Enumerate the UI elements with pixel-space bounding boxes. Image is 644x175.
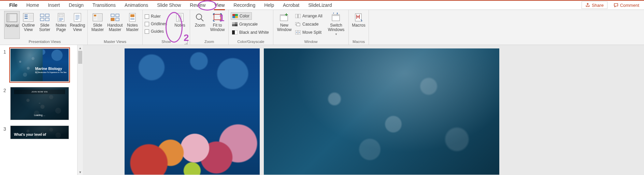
svg-rect-7 [29,14,33,20]
tab-recording[interactable]: Recording [229,1,260,10]
notes-master-label: Notes Master [126,23,139,32]
guides-checkbox[interactable]: Guides [145,28,171,35]
zoom-label: Zoom [195,23,205,28]
scroll-up-icon[interactable]: ▲ [77,45,83,51]
new-window-button[interactable]: New Window [275,11,293,39]
svg-rect-1 [8,14,10,21]
svg-rect-8 [40,14,44,17]
share-button[interactable]: Share [582,1,607,9]
svg-rect-13 [59,14,63,17]
outline-view-button[interactable]: Outline View [20,11,36,39]
group-label-window: Window [275,39,346,45]
svg-rect-28 [111,18,114,21]
arrange-all-icon [295,14,301,18]
notes-page-button[interactable]: Notes Page [53,11,69,39]
group-macros: Macros Macros [349,10,369,45]
fit-to-window-label: Fit to Window [210,23,225,32]
tab-help[interactable]: Help [260,1,278,10]
slide-sorter-button[interactable]: Slide Sorter [37,11,53,39]
svg-rect-52 [232,30,235,34]
zoom-button[interactable]: Zoom [192,11,208,39]
tab-slide-show[interactable]: Slide Show [153,1,185,10]
guides-label: Guides [151,29,164,34]
reading-view-icon [72,13,83,22]
group-master-views: Slide Master Handout Master Notes Master… [88,10,143,45]
scrollbar-thumb[interactable] [78,51,82,64]
switch-windows-button[interactable]: Switch Windows ▼ [326,11,346,39]
ribbon: Normal Outline View Slide Sorter Notes P… [0,10,644,45]
grayscale-button[interactable]: Grayscale [231,20,271,28]
notes-icon [174,13,185,22]
group-label-zoom: Zoom [192,39,226,45]
thumbnail-row: 3 What's your level of [3,126,73,139]
color-button[interactable]: Color [231,12,252,20]
thumbnail-2-bar: JOIN NOW VIA [14,89,65,94]
thumbnail-scrollbar[interactable]: ▲ ▼ [77,45,83,175]
macros-icon [353,13,364,22]
black-and-white-button[interactable]: Black and White [231,29,271,36]
tab-review[interactable]: Review [185,1,210,10]
thumbnail-title: Marine Biology [35,67,67,71]
reading-view-button[interactable]: Reading View [70,11,85,39]
notes-page-icon [56,13,67,22]
move-split-button[interactable]: Move Split [294,29,325,36]
slide-thumbnail-1[interactable]: Marine Biology An Introduction To Organi… [10,48,69,82]
svg-rect-10 [40,18,44,21]
ribbon-tabstrip: File Home Insert Design Transitions Anim… [0,1,644,10]
color-icon [232,14,238,18]
slide-thumbnail-2[interactable]: JOIN NOW VIA ··· Loading ... [10,87,69,120]
thumbnail-title-block: Marine Biology An Introduction To Organi… [35,67,67,73]
svg-rect-34 [176,13,183,21]
thumbnail-3-text: What's your level of [14,133,65,137]
svg-rect-44 [235,14,238,16]
bw-icon [232,30,238,35]
svg-rect-47 [232,22,235,24]
comment-icon [614,3,618,8]
svg-rect-2 [10,14,16,21]
slide-image-left[interactable] [125,48,260,175]
reading-view-label: Reading View [70,23,85,32]
comment-button[interactable]: Comment [610,1,643,9]
cascade-button[interactable]: Cascade [294,20,325,28]
macros-button[interactable]: Macros [351,11,367,39]
tab-acrobat[interactable]: Acrobat [278,1,304,10]
svg-rect-17 [74,13,81,21]
normal-view-button[interactable]: Normal [4,11,20,39]
notes-master-button[interactable]: Notes Master [125,11,140,39]
slide-image-right[interactable] [264,48,499,175]
svg-rect-26 [111,14,114,17]
tab-insert[interactable]: Insert [43,1,64,10]
slide-master-button[interactable]: Slide Master [90,11,105,39]
tab-transitions[interactable]: Transitions [88,1,120,10]
tab-file[interactable]: File [5,1,22,10]
gridlines-checkbox[interactable]: Gridlines [145,20,171,27]
tab-animations[interactable]: Animations [120,1,153,10]
handout-master-label: Handout Master [107,23,123,32]
arrange-all-button[interactable]: Arrange All [294,12,325,20]
scroll-down-icon[interactable]: ▼ [77,169,83,175]
svg-rect-55 [295,14,298,18]
slide-thumbnail-3[interactable]: What's your level of [10,126,69,139]
svg-rect-42 [214,14,221,20]
notes-page-label: Notes Page [56,23,66,32]
ruler-checkbox[interactable]: Ruler [145,13,171,20]
fit-to-window-button[interactable]: Fit to Window [209,11,226,39]
checkbox-icon [145,29,149,34]
slide-master-label: Slide Master [91,23,104,32]
handout-master-button[interactable]: Handout Master [106,11,124,39]
svg-line-41 [201,19,203,21]
notes-master-icon [127,13,138,22]
tab-slidelizard[interactable]: SlideLizard [304,1,336,10]
tab-design[interactable]: Design [65,1,88,10]
svg-rect-27 [116,14,119,17]
thumbnail-number: 2 [3,87,8,93]
svg-rect-11 [45,18,49,21]
arrange-all-label: Arrange All [302,14,323,18]
notes-button[interactable]: Notes [172,11,188,39]
tab-home[interactable]: Home [22,1,43,10]
show-dialog-launcher[interactable] [184,41,188,44]
tab-view[interactable]: View [210,1,229,10]
slide-thumbnail-pane: 1 Marine Biology An Introduction To Orga… [0,45,83,175]
group-label-show: Show [145,39,188,45]
svg-rect-58 [297,23,300,26]
